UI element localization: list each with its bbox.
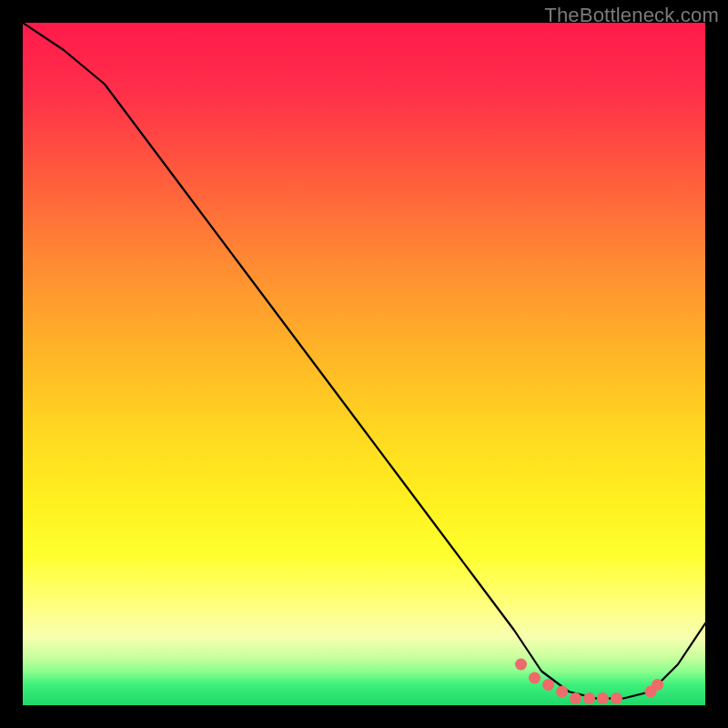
highlight-marker: [529, 672, 541, 684]
chart-frame: TheBottleneck.com: [0, 0, 728, 728]
watermark-text: TheBottleneck.com: [544, 4, 719, 27]
plot-area: [23, 23, 705, 705]
highlight-marker: [542, 679, 554, 691]
highlight-marker: [556, 686, 568, 698]
highlight-marker: [597, 693, 609, 704]
highlight-marker: [515, 659, 527, 671]
highlight-marker: [652, 679, 663, 691]
highlight-marker: [611, 693, 622, 704]
bottleneck-curve: [23, 23, 705, 699]
curve-layer: [23, 23, 705, 705]
highlight-marker: [583, 693, 595, 704]
highlight-marker: [570, 693, 581, 704]
